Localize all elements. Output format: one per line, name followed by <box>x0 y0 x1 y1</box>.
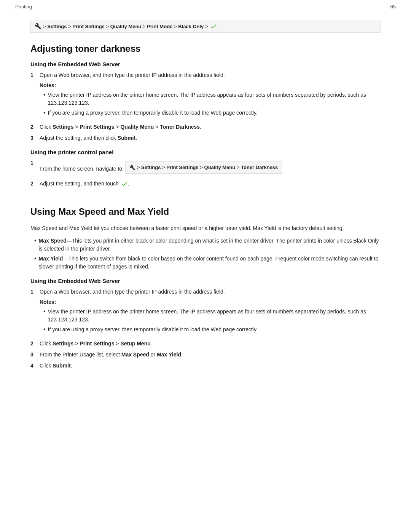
step-item: 3 From the Printer Usage list, select Ma… <box>30 351 381 359</box>
step-text: From the home screen, navigate to: <box>40 166 124 172</box>
step-content: Adjust the setting, and then click Submi… <box>40 134 381 142</box>
note-text: View the printer IP address on the print… <box>48 91 381 107</box>
step-item: 2 Click Settings > Print Settings > Qual… <box>30 123 381 131</box>
note-item: View the printer IP address on the print… <box>43 91 381 107</box>
note-text: If you are using a proxy server, then te… <box>48 326 258 334</box>
breadcrumb-text: > Settings > Print Settings > Quality Me… <box>43 24 208 29</box>
section1-sub2-heading: Using the printer control panel <box>30 149 381 155</box>
step-item: 2 Adjust the setting, and then touch . <box>30 180 381 188</box>
bullet-item: Max Yield—This lets you switch from blac… <box>34 255 381 271</box>
page-header: Printing 65 <box>0 0 411 12</box>
notes-label: Notes: <box>40 298 381 306</box>
note-item: View the printer IP address on the print… <box>43 308 381 324</box>
step-number: 2 <box>30 123 37 131</box>
step-item: 2 Click Settings > Print Settings > Setu… <box>30 340 381 348</box>
step-item: 3 Adjust the setting, and then click Sub… <box>30 134 381 142</box>
wrench-icon-small <box>129 165 135 171</box>
step-content: Adjust the setting, and then touch . <box>40 180 381 188</box>
checkmark-icon <box>210 22 217 30</box>
step-item: 1 From the home screen, navigate to: > S… <box>30 159 381 177</box>
main-content: > Settings > Print Settings > Quality Me… <box>0 12 411 389</box>
step-text: Open a Web browser, and then type the pr… <box>40 72 225 78</box>
inline-breadcrumb-text: > Settings > Print Settings > Quality Me… <box>137 164 278 171</box>
notes-list: View the printer IP address on the print… <box>43 91 381 117</box>
note-text: View the printer IP address on the print… <box>48 308 381 324</box>
step-content: From the Printer Usage list, select Max … <box>40 351 381 359</box>
step-item: 1 Open a Web browser, and then type the … <box>30 288 381 337</box>
step-number: 2 <box>30 180 37 188</box>
notes-label: Notes: <box>40 81 381 89</box>
step-item: 1 Open a Web browser, and then type the … <box>30 71 381 120</box>
wrench-icon <box>35 23 41 30</box>
step-text: Click Settings > Print Settings > Qualit… <box>40 124 201 130</box>
step-content: Click Settings > Print Settings > Setup … <box>40 340 381 348</box>
step-number: 1 <box>30 288 37 337</box>
step-number: 1 <box>30 159 37 177</box>
step-content: From the home screen, navigate to: > Set… <box>40 159 381 177</box>
step-content: Open a Web browser, and then type the pr… <box>40 71 381 120</box>
step-number: 2 <box>30 340 37 348</box>
inline-breadcrumb: > Settings > Print Settings > Quality Me… <box>125 161 282 174</box>
section1-sub1-steps: 1 Open a Web browser, and then type the … <box>30 71 381 142</box>
section2-sub1-steps: 1 Open a Web browser, and then type the … <box>30 288 381 370</box>
note-item: If you are using a proxy server, then te… <box>43 109 381 117</box>
bullet-text: Max Yield—This lets you switch from blac… <box>39 255 381 271</box>
step-text: Open a Web browser, and then type the pr… <box>40 289 225 295</box>
step-text: Adjust the setting, and then click Submi… <box>40 135 137 141</box>
section1-sub2-steps: 1 From the home screen, navigate to: > S… <box>30 159 381 188</box>
top-breadcrumb: > Settings > Print Settings > Quality Me… <box>30 20 381 33</box>
step-content: Click Settings > Print Settings > Qualit… <box>40 123 381 131</box>
step-text: Click Settings > Print Settings > Setup … <box>40 340 152 347</box>
step-number: 3 <box>30 351 37 359</box>
section2-bullets: Max Speed—This lets you print in either … <box>34 237 381 271</box>
section1-title: Adjusting toner darkness <box>30 43 381 54</box>
checkmark-icon-inline <box>121 181 128 187</box>
step-number: 1 <box>30 71 37 120</box>
note-item: If you are using a proxy server, then te… <box>43 326 381 334</box>
step-number: 4 <box>30 362 37 370</box>
page-number: 65 <box>390 4 396 10</box>
step-number: 3 <box>30 134 37 142</box>
section2: Using Max Speed and Max Yield Max Speed … <box>30 206 381 370</box>
section2-title: Using Max Speed and Max Yield <box>30 206 381 217</box>
notes-list: View the printer IP address on the print… <box>43 308 381 334</box>
step-text: Adjust the setting, and then touch . <box>40 181 129 187</box>
step-item: 4 Click Submit. <box>30 362 381 370</box>
section2-sub1-heading: Using the Embedded Web Server <box>30 278 381 284</box>
section1-sub1-heading: Using the Embedded Web Server <box>30 61 381 67</box>
step-text: From the Printer Usage list, select Max … <box>40 351 183 358</box>
bullet-text: Max Speed—This lets you print in either … <box>39 237 381 253</box>
note-text: If you are using a proxy server, then te… <box>48 109 258 117</box>
step-content: Click Submit. <box>40 362 381 370</box>
header-section-label: Printing <box>15 4 32 10</box>
section-divider <box>30 197 381 197</box>
step-content: Open a Web browser, and then type the pr… <box>40 288 381 337</box>
step-text: Click Submit. <box>40 363 72 369</box>
section2-intro: Max Speed and Max Yield let you choose b… <box>30 224 381 232</box>
bullet-item: Max Speed—This lets you print in either … <box>34 237 381 253</box>
